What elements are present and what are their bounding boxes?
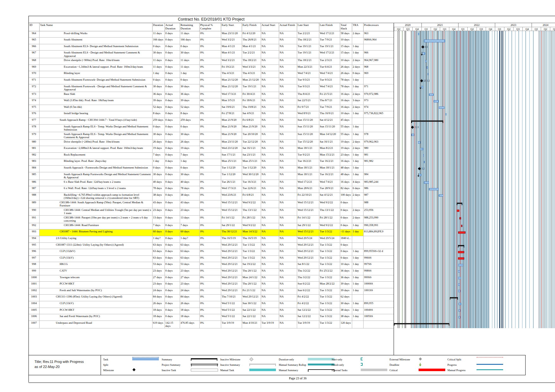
- cell-early-start: Wed 29/12/21: [221, 262, 242, 269]
- task-id: 978: [29, 124, 39, 132]
- cell-actual-finish: NA: [279, 215, 297, 223]
- cell-actual-duration: 0 days: [165, 295, 180, 301]
- task-id: 981: [29, 146, 39, 153]
- cell-tra: 1 day: [352, 268, 363, 275]
- cell-duration: 8 days: [152, 111, 165, 118]
- cell-percent-complete: 0%: [199, 111, 221, 118]
- gantt-gridline: [453, 31, 453, 328]
- cell-actual-duration: 0 days: [165, 249, 180, 256]
- milestone-label: 21.9: [415, 126, 419, 129]
- gantt-gridline: [448, 31, 448, 328]
- cell-remaining-duration: 23 days: [180, 268, 199, 275]
- table-row: 985South Approach Ramp Formworks Design …: [29, 172, 394, 180]
- gantt-gridline: [486, 31, 486, 328]
- gantt-chart: 2020Q2Q3Q42021Q1Q2Q3Q42022Q1Q2Q3Q42023Q1…: [394, 23, 555, 355]
- cell-percent-complete: 0%: [199, 262, 221, 269]
- cell-actual-duration: 0 days: [165, 262, 180, 269]
- cell-late-finish: Sat 4/12/21: [319, 193, 340, 200]
- cell-actual-finish: NA: [279, 38, 297, 44]
- mprog-legend-icon: [477, 368, 503, 371]
- cell-duration: 63 days: [152, 242, 165, 249]
- cell-early-start: Mon 4/1/21: [221, 51, 242, 58]
- cell-late-finish: Tue 1/3/22: [319, 295, 340, 301]
- cell-duration: 27 days: [152, 275, 165, 282]
- gantt-gridline: [447, 31, 447, 328]
- cell-total-slack: 0 days: [340, 215, 352, 223]
- cell-actual-finish: NA: [279, 255, 297, 262]
- cell-remaining-duration: 38 days: [180, 193, 199, 200]
- gantt-gridline: [469, 31, 470, 328]
- gantt-gridline: [398, 31, 398, 328]
- cell-early-start: Mon 21/12/20: [221, 84, 242, 92]
- cell-actual-start: NA: [261, 200, 279, 208]
- cell-percent-complete: 0%: [199, 166, 221, 172]
- cell-percent-complete: 0%: [199, 308, 221, 314]
- cell-actual-finish: NA: [279, 44, 297, 51]
- cell-total-slack: 39 days: [340, 282, 352, 288]
- cell-actual-duration: 0 days: [165, 230, 180, 236]
- cell-late-start: Wed 29/12/21: [297, 255, 319, 262]
- cell-late-finish: Wed 7/4/21: [319, 84, 340, 92]
- cell-actual-finish: NA: [279, 275, 297, 282]
- task-id: 1002: [29, 288, 39, 295]
- table-row: 998HKCG53 days0 days53 days0%Wed 29/12/2…: [29, 262, 394, 269]
- task-id: 1007: [29, 321, 39, 328]
- cell-actual-finish: NA: [279, 64, 297, 71]
- cell-actual-start: NA: [261, 208, 279, 215]
- cell-early-finish: Fri 4/12/20: [242, 31, 261, 38]
- gantt-gridline: [484, 31, 484, 328]
- timeline-quarter: Q3: [550, 27, 555, 31]
- table-row: 9876 x Wall. Prod. Rate: 12d/bay/team x …: [29, 186, 394, 193]
- cell-early-start: Tue 1/12/20: [221, 172, 242, 180]
- cell-tra: 1 day: [352, 314, 363, 321]
- timeline-quarter: Q1: [532, 27, 541, 31]
- cell-duration: 30 days: [152, 132, 165, 139]
- cell-actual-finish: NA: [279, 308, 297, 314]
- cell-actual-start: NA: [261, 139, 279, 146]
- cell-late-start: Fri 4/2/22: [297, 295, 319, 301]
- cell-total-slack: 16 days: [340, 105, 352, 111]
- cell-remaining-duration: 43 days: [180, 200, 199, 208]
- cell-predecessors: 969: [363, 71, 394, 78]
- cell-late-start: Tue 15/12/20: [297, 139, 319, 146]
- task-name: Install bridge bearing: [39, 111, 152, 118]
- cell-tra: 1 day: [352, 166, 363, 172]
- legend-label: Duration-only: [279, 358, 294, 361]
- cell-predecessors: 987: [363, 193, 394, 200]
- gantt-gridline: [402, 31, 402, 328]
- cell-remaining-duration: 26 days: [180, 301, 199, 308]
- cell-actual-duration: 0 days: [165, 308, 180, 314]
- cell-actual-start: NA: [261, 236, 279, 242]
- timeline-year: 2024: [532, 23, 555, 27]
- cell-early-finish: Fri 30/4/21: [242, 92, 261, 98]
- cell-actual-start: NA: [261, 301, 279, 308]
- gantt-bar-critical: [461, 225, 462, 227]
- cell-remaining-duration: 476.85 days: [180, 321, 199, 328]
- cell-remaining-duration: 24 days: [180, 288, 199, 295]
- cell-duration: 18 days: [152, 314, 165, 321]
- cell-late-start: Wed 8/9/21: [297, 111, 319, 118]
- gantt-bar-task: [458, 316, 460, 318]
- gantt-gridline: [472, 31, 473, 328]
- cell-late-start: Mon 18/1/21: [297, 146, 319, 153]
- table-row: 972South Abutment Formwork - Design and …: [29, 84, 394, 92]
- table-row: 980Drive sheetpile (~240m) Prod. Rate: 1…: [29, 139, 394, 146]
- cell-actual-duration: 0 days: [165, 288, 180, 295]
- gantt-bar-task: [458, 277, 461, 279]
- cell-actual-finish: NA: [279, 84, 297, 92]
- legend-label: Milestone: [103, 369, 114, 372]
- gantt-gridline: [417, 31, 417, 328]
- gantt-gridline: [415, 31, 415, 328]
- task-table: IDTask NameDurationActual DurationRemain…: [29, 23, 394, 328]
- cell-actual-finish: NA: [279, 236, 297, 242]
- column-header-rdur: Remaining Duration: [180, 23, 199, 31]
- gantt-gridline: [465, 31, 466, 328]
- cell-late-finish: Tue 1/3/22: [319, 230, 340, 236]
- gantt-gridline: [464, 31, 464, 328]
- cell-actual-finish: NA: [279, 124, 297, 132]
- table-row: 1005PCCW-HKT18 days0 days18 days0%Wed 5/…: [29, 308, 394, 314]
- cell-early-finish: Sat 22/1/22: [242, 314, 261, 321]
- task-name: CLP (132kV): [39, 249, 152, 256]
- cell-early-finish: Wed 29/12/21: [242, 295, 261, 301]
- gantt-gridline: [452, 31, 452, 328]
